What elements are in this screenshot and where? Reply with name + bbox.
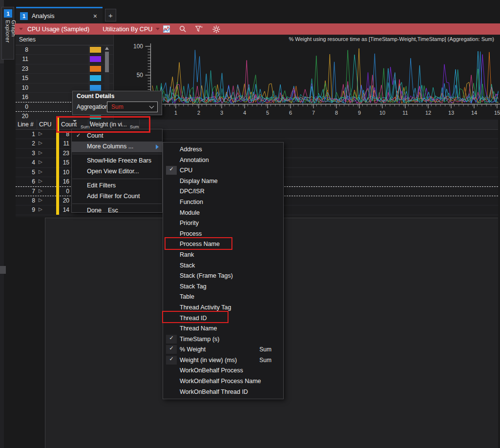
cell-line-number: 6 xyxy=(16,178,35,185)
chart-title: % Weight using resource time as [TimeSta… xyxy=(289,36,494,42)
series-label: 10 xyxy=(16,84,28,91)
checkmark-icon[interactable]: ✓ xyxy=(166,335,177,344)
series-color-swatch[interactable] xyxy=(90,85,101,91)
series-row[interactable]: 11 xyxy=(16,55,113,64)
submenu-item-label: Module xyxy=(180,209,200,216)
submenu-item-rank[interactable]: Rank xyxy=(163,250,283,261)
left-edge-strip-lower xyxy=(0,63,4,448)
x-tick-label: 14 xyxy=(471,110,477,116)
series-scrollbar-thumb[interactable] xyxy=(105,52,109,72)
submenu-item-workonbehalf-process-name[interactable]: WorkOnBehalf Process Name xyxy=(163,376,283,387)
left-panel-handle[interactable] xyxy=(0,266,6,274)
toolbar-icon-group: * xyxy=(151,23,220,35)
graph-title[interactable]: CPU Usage (Sampled) xyxy=(27,26,89,33)
submenu-item-display-name[interactable]: Display Name xyxy=(163,176,283,187)
series-row[interactable]: 8 xyxy=(16,45,113,55)
checkmark-icon[interactable]: ✓ xyxy=(166,166,177,175)
annotation-box-thread-id xyxy=(162,311,229,323)
graph-explorer-tab[interactable]: 1 Graph Explorer xyxy=(1,7,14,60)
submenu-item-timestamp-s[interactable]: ✓TimeStamp (s) xyxy=(163,334,283,345)
graph-thumbnail-icon[interactable] xyxy=(162,25,170,33)
x-tick-label: 6 xyxy=(289,110,292,116)
series-label: 23 xyxy=(16,65,28,72)
cell-cpu: 11 xyxy=(41,140,69,147)
aggregation-dropdown[interactable]: Sum xyxy=(107,102,158,112)
series-color-swatch[interactable] xyxy=(90,66,101,72)
annotation-box-header-columns xyxy=(56,116,150,133)
submenu-item-module[interactable]: Module xyxy=(163,208,283,219)
search-icon[interactable] xyxy=(179,25,187,33)
y-tick-label: 100 xyxy=(133,43,143,50)
collapse-caret-icon[interactable] xyxy=(19,28,23,30)
submenu-item-stack-frame-tags[interactable]: Stack (Frame Tags) xyxy=(163,271,283,282)
series-color-swatch[interactable] xyxy=(90,47,101,53)
submenu-item-label: WorkOnBehalf Process Name xyxy=(180,378,261,385)
submenu-item-address[interactable]: Address xyxy=(163,144,283,155)
submenu-item-priority[interactable]: Priority xyxy=(163,218,283,229)
submenu-item-thread-name[interactable]: Thread Name xyxy=(163,324,283,334)
submenu-item-table[interactable]: Table xyxy=(163,292,283,303)
menu-item-label: Add Filter for Count xyxy=(87,193,140,200)
context-menu-item-add-filter-for-count[interactable]: Add Filter for Count xyxy=(72,191,162,202)
submenu-item-stack-tag[interactable]: Stack Tag xyxy=(163,282,283,292)
checkmark-icon: ✓ xyxy=(76,132,81,139)
submenu-item-label: Table xyxy=(180,293,194,300)
submenu-item-label: Stack xyxy=(180,262,195,269)
series-row[interactable]: 15 xyxy=(16,74,113,83)
menu-separator xyxy=(72,179,162,179)
series-label: 20 xyxy=(16,113,28,120)
submenu-item-weight-in-view-ms[interactable]: ✓Weight (in view) (ms)Sum xyxy=(163,355,283,366)
submenu-item-weight[interactable]: ✓% WeightSum xyxy=(163,345,283,355)
series-color-swatch[interactable] xyxy=(90,75,101,81)
scrollbar-up-arrow-icon[interactable] xyxy=(105,47,109,50)
submenu-item-label: Rank xyxy=(180,251,194,258)
submenu-item-stack[interactable]: Stack xyxy=(163,261,283,271)
cell-cpu: 0 xyxy=(41,188,69,195)
submenu-item-annotation[interactable]: Annotation xyxy=(163,155,283,166)
cell-line-number: 5 xyxy=(16,169,35,176)
cell-line-number: 2 xyxy=(16,140,35,147)
tab-close-icon[interactable]: × xyxy=(92,12,99,20)
filter-star-icon[interactable]: * xyxy=(195,25,204,33)
submenu-arrow-icon xyxy=(156,144,159,149)
checkmark-icon[interactable]: ✓ xyxy=(166,345,177,354)
context-menu-item-edit-filters[interactable]: Edit Filters xyxy=(72,181,162,191)
submenu-item-label: Process xyxy=(180,230,202,237)
menu-item-label: Open View Editor... xyxy=(87,168,139,175)
tab-analysis[interactable]: 1 Analysis × xyxy=(16,7,103,23)
chart-series-line-cpu-15 xyxy=(152,51,498,103)
cell-cpu: 15 xyxy=(41,159,69,166)
submenu-item-workonbehalf-thread-id[interactable]: WorkOnBehalf Thread ID xyxy=(163,387,283,398)
series-label: 0 xyxy=(16,103,28,110)
submenu-item-dpc-isr[interactable]: DPC/ISR xyxy=(163,186,283,197)
series-header-row[interactable]: Series xyxy=(16,35,113,45)
submenu-item-function[interactable]: Function xyxy=(163,197,283,208)
checkmark-icon[interactable]: ✓ xyxy=(166,356,177,365)
column-header-line[interactable]: Line # xyxy=(18,121,34,128)
cell-line-number: 3 xyxy=(16,150,35,157)
series-label: 16 xyxy=(16,94,28,101)
chart-canvas[interactable]: 10050123456789101112131415 xyxy=(114,35,500,120)
new-tab-button[interactable]: + xyxy=(105,9,116,21)
submenu-item-label: Function xyxy=(180,199,203,205)
series-color-swatch[interactable] xyxy=(90,56,101,62)
context-menu-item-show-hide-freeze-bars[interactable]: Show/Hide Freeze Bars xyxy=(72,156,162,166)
view-preset-dropdown[interactable]: Utilization By CPU xyxy=(103,26,152,33)
context-menu-item-more-columns[interactable]: More Columns ... xyxy=(72,142,162,152)
column-header-cpu[interactable]: CPU xyxy=(39,121,51,128)
context-menu-item-open-view-editor[interactable]: Open View Editor... xyxy=(72,166,162,177)
cpu-usage-chart[interactable]: % Weight using resource time as [TimeSta… xyxy=(114,35,500,120)
menu-item-label: More Columns ... xyxy=(87,143,133,150)
submenu-item-workonbehalf-process[interactable]: WorkOnBehalf Process xyxy=(163,366,283,376)
series-row[interactable]: 23 xyxy=(16,64,113,74)
x-tick-label: 13 xyxy=(448,110,454,116)
settings-gear-icon[interactable] xyxy=(212,25,220,33)
cell-cpu: 10 xyxy=(41,169,69,176)
series-label: 15 xyxy=(16,75,28,81)
graph-explorer-badge: 1 xyxy=(4,9,12,18)
aggregation-mode-label: Sum xyxy=(259,346,271,353)
context-menu-item-done[interactable]: DoneEsc xyxy=(72,205,162,216)
count-details-popup: Count Details Aggregation Sum xyxy=(72,91,162,115)
submenu-item-cpu[interactable]: ✓CPU xyxy=(163,165,283,176)
aggregation-mode-label: Sum xyxy=(259,357,271,364)
